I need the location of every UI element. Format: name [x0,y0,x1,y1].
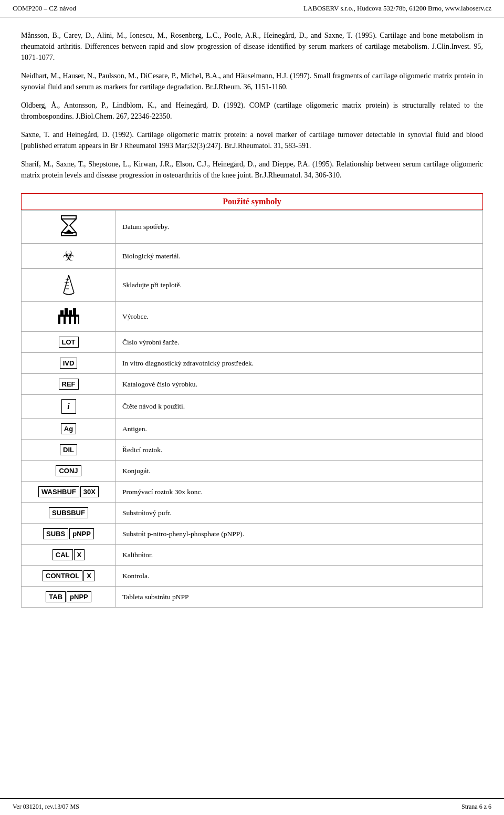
symbol-row-sym-control: CONTROLXKontrola. [22,566,483,587]
section-title: Použité symboly [21,193,483,210]
symbol-label2-sym-subs-pnpp: pNPP [69,528,94,539]
header-left: COMP200 – CZ návod [13,4,76,13]
main-content: Månsson, B., Carey, D., Alini, M., Iones… [0,17,504,616]
symbol-desc-sym-cal: Kalibrátor. [116,545,483,566]
symbol-row-sym-dil: DILŘedicí roztok. [22,440,483,461]
symbol-desc-sym-expiry: Datum spotřeby. [116,211,483,244]
symbol-label-sym-ivd: IVD [60,358,78,369]
symbol-icon-cell-sym-ivd: IVD [22,353,116,374]
reference-5: Sharif, M., Saxne, T., Shepstone, L., Ki… [21,159,483,181]
reference-2: Neidhart, M., Hauser, N., Paulsson, M., … [21,70,483,92]
symbol-desc-sym-subsbuf: Substrátový pufr. [116,503,483,524]
symbol-label2-sym-washbuf: 30X [80,486,99,497]
symbol-icon-cell-sym-washbuf: WASHBUF30X [22,482,116,503]
biohazard-icon: ☣ [62,248,75,264]
symbol-icon-cell-sym-manufacturer [22,302,116,332]
symbol-icon-cell-sym-tab: TABpNPP [22,587,116,608]
factory-icon [57,306,80,325]
svg-rect-15 [60,317,64,324]
symbol-row-sym-lot: LOTČíslo výrobní šarže. [22,332,483,353]
symbol-label-sym-ref: REF [59,379,79,390]
symbol-desc-sym-control: Kontrola. [116,566,483,587]
svg-rect-13 [69,310,72,316]
symbol-desc-sym-washbuf: Promývací roztok 30x konc. [116,482,483,503]
symbol-icon-cell-sym-bio: ☣ [22,244,116,269]
symbol-label2-sym-tab: pNPP [67,591,91,602]
svg-rect-17 [71,317,74,324]
symbol-icon-cell-sym-expiry [22,211,116,244]
symbol-icon-cell-sym-ag: Ag [22,419,116,440]
symbol-desc-sym-ivd: In vitro diagnostický zdravotnický prost… [116,353,483,374]
svg-marker-3 [64,229,74,234]
symbol-row-sym-info: iČtěte návod k použití. [22,395,483,419]
symbol-icon-cell-sym-ref: REF [22,374,116,395]
symbol-icon-cell-sym-control: CONTROLX [22,566,116,587]
header-right: LABOSERV s.r.o., Hudcova 532/78b, 61200 … [303,4,491,13]
symbol-desc-sym-subs-pnpp: Substrát p-nitro-phenyl-phosphate (pNPP)… [116,524,483,545]
symbol-label-sym-conj: CONJ [56,465,81,476]
symbol-label-sym-ag: Ag [61,423,76,434]
symbol-label-sym-lot: LOT [59,337,79,348]
reference-3: Oldberg, Å., Antonsson, P., Lindblom, K.… [21,100,483,122]
svg-rect-18 [76,317,78,324]
thermometer-icon [59,273,78,295]
symbol-desc-sym-manufacturer: Výrobce. [116,302,483,332]
footer-left: Ver 031201, rev.13/07 MS [13,803,79,811]
symbol-icon-cell-sym-subs-pnpp: SUBSpNPP [22,524,116,545]
header: COMP200 – CZ návod LABOSERV s.r.o., Hudc… [0,0,504,17]
symbol-label-sym-subsbuf: SUBSBUF [49,507,88,518]
symbol-label1-sym-subs-pnpp: SUBS [43,528,68,539]
svg-rect-14 [73,308,76,316]
symbol-desc-sym-info: Čtěte návod k použití. [116,395,483,419]
symbol-row-sym-tab: TABpNPPTableta substrátu pNPP [22,587,483,608]
symbol-desc-sym-dil: Ředicí roztok. [116,440,483,461]
symbol-label2-sym-control: X [83,570,94,581]
symbol-row-sym-cal: CALXKalibrátor. [22,545,483,566]
svg-rect-11 [60,310,64,316]
symbol-row-sym-ivd: IVDIn vitro diagnostický zdravotnický pr… [22,353,483,374]
symbol-row-sym-temp: Skladujte při teplotě. [22,269,483,302]
symbol-icon-cell-sym-subsbuf: SUBSBUF [22,503,116,524]
symbol-icon-cell-sym-info: i [22,395,116,419]
symbol-row-sym-bio: ☣Biologický materiál. [22,244,483,269]
symbol-row-sym-manufacturer: Výrobce. [22,302,483,332]
svg-line-5 [69,275,74,293]
svg-line-4 [64,275,69,293]
symbol-row-sym-washbuf: WASHBUF30XPromývací roztok 30x konc. [22,482,483,503]
symbol-icon-cell-sym-lot: LOT [22,332,116,353]
symbol-row-sym-ref: REFKatalogové číslo výrobku. [22,374,483,395]
info-icon: i [61,399,76,414]
symbol-icon-cell-sym-cal: CALX [22,545,116,566]
symbol-desc-sym-tab: Tableta substrátu pNPP [116,587,483,608]
symbol-row-sym-expiry: Datum spotřeby. [22,211,483,244]
hourglass-icon [59,215,78,237]
symbol-desc-sym-conj: Konjugát. [116,461,483,482]
symbol-row-sym-ag: AgAntigen. [22,419,483,440]
symbol-desc-sym-bio: Biologický materiál. [116,244,483,269]
footer-right: Strana 6 z 6 [461,803,491,811]
symbol-label1-sym-control: CONTROL [43,570,82,581]
svg-rect-16 [66,317,69,324]
references-section: Månsson, B., Carey, D., Alini, M., Iones… [21,30,483,181]
symbol-icon-cell-sym-dil: DIL [22,440,116,461]
reference-4: Saxne, T. and Heinegård, D. (1992). Cart… [21,129,483,151]
symbol-label1-sym-washbuf: WASHBUF [38,486,79,497]
symbol-row-sym-subs-pnpp: SUBSpNPPSubstrát p-nitro-phenyl-phosphat… [22,524,483,545]
symbol-row-sym-conj: CONJKonjugát. [22,461,483,482]
reference-1: Månsson, B., Carey, D., Alini, M., Iones… [21,30,483,63]
symbol-label1-sym-cal: CAL [52,549,73,560]
svg-rect-12 [65,308,68,316]
symbol-icon-cell-sym-temp [22,269,116,302]
symbol-label1-sym-tab: TAB [46,591,66,602]
footer: Ver 031201, rev.13/07 MS Strana 6 z 6 [0,798,504,815]
symbol-desc-sym-ref: Katalogové číslo výrobku. [116,374,483,395]
symbol-row-sym-subsbuf: SUBSBUFSubstrátový pufr. [22,503,483,524]
symbol-label2-sym-cal: X [74,549,85,560]
symbol-desc-sym-ag: Antigen. [116,419,483,440]
symbol-icon-cell-sym-conj: CONJ [22,461,116,482]
symbol-label-sym-dil: DIL [60,444,77,455]
symbol-desc-sym-temp: Skladujte při teplotě. [116,269,483,302]
symbols-table: Datum spotřeby.☣Biologický materiál. Skl… [21,210,483,608]
symbol-desc-sym-lot: Číslo výrobní šarže. [116,332,483,353]
